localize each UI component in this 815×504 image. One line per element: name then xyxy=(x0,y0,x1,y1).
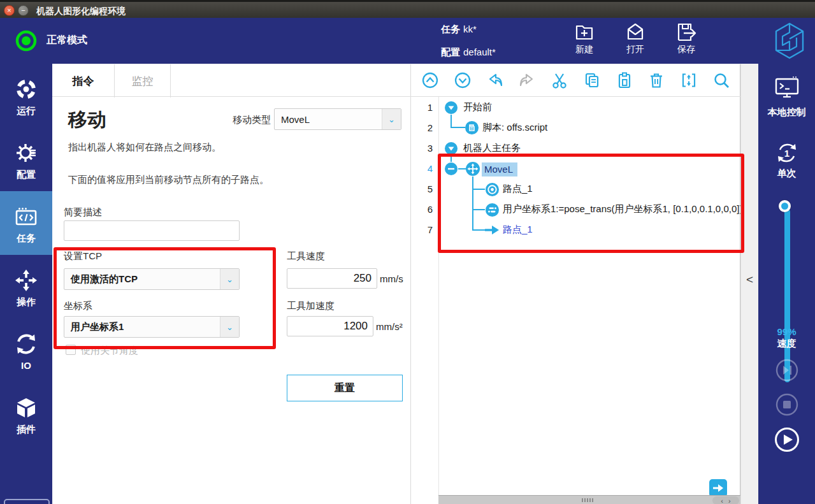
frame-label: 坐标系 xyxy=(64,300,92,312)
mode-status-label: 正常模式 xyxy=(47,34,87,47)
save-task-button[interactable]: 保存 xyxy=(666,21,707,55)
plugin-cube-icon xyxy=(15,396,38,419)
joint-angle-label: 使用关节角度 xyxy=(81,345,138,357)
program-tree-panel: 1 开始前 2 脚本: offs.script 3 机器人主任务 4 xyxy=(411,64,740,504)
move-down-button[interactable] xyxy=(452,70,473,90)
right-control-sidebar: 本地控制 1 单次 99% 速度 xyxy=(758,64,815,504)
move-type-label: 移动类型 xyxy=(233,114,271,126)
tool-acc-label: 工具加速度 xyxy=(287,300,335,312)
speed-label: 速度 xyxy=(758,338,815,349)
sidebar-item-task[interactable]: 任务 xyxy=(0,191,52,255)
tree-row[interactable]: 7 路点_1 xyxy=(411,220,740,240)
page-title: 移动 xyxy=(68,107,106,133)
instruction-panel: 指令 监控 移动 移动类型 MoveL ⌄ 指出机器人将如何在路点之间移动。 下… xyxy=(52,64,411,504)
tcp-select[interactable]: 使用激活的TCP ⌄ xyxy=(64,268,240,290)
waypoint-node-icon xyxy=(485,182,500,197)
scrollbar-arrows[interactable]: ‹› xyxy=(712,496,739,504)
speed-readout: 99% 速度 xyxy=(758,326,815,349)
open-envelope-icon xyxy=(624,21,646,43)
instruction-tabbar: 指令 监控 xyxy=(52,64,411,97)
panel-collapse-strip[interactable]: < xyxy=(740,64,758,504)
svg-text:1: 1 xyxy=(784,148,789,159)
run-icon xyxy=(15,78,38,101)
move-up-button[interactable] xyxy=(420,70,440,90)
step-next-button[interactable] xyxy=(709,479,727,497)
app-header: 正常模式 任务 kk* 配置 default* 新建 打开 保存 xyxy=(0,18,815,64)
joint-angle-checkbox[interactable] xyxy=(66,345,76,355)
tree-row[interactable]: 5 路点_1 xyxy=(411,179,740,199)
expanded-node-icon[interactable] xyxy=(444,141,458,155)
tree-row[interactable]: 2 脚本: offs.script xyxy=(411,118,740,138)
single-run-label: 单次 xyxy=(758,168,815,180)
frame-select[interactable]: 用户坐标系1 ⌄ xyxy=(64,316,240,338)
horizontal-scrollbar[interactable]: ‹› xyxy=(438,495,740,504)
paste-button[interactable] xyxy=(614,70,635,90)
description-line1: 指出机器人将如何在路点之间移动。 xyxy=(68,141,221,154)
sidebar-item-run[interactable]: 运行 xyxy=(0,64,52,127)
io-swap-icon xyxy=(15,333,38,356)
delete-button[interactable] xyxy=(646,70,667,90)
left-sidebar: 运行 配置 任务 xyxy=(0,64,52,504)
brief-desc-input[interactable] xyxy=(64,220,240,241)
config-value: default* xyxy=(463,47,496,57)
step-forward-button[interactable] xyxy=(775,359,798,382)
tool-acc-input[interactable] xyxy=(287,316,373,336)
collapse-minus-icon[interactable] xyxy=(444,162,458,176)
speed-slider-track[interactable] xyxy=(784,209,790,382)
code-task-icon xyxy=(14,205,38,228)
move-node-icon xyxy=(465,161,480,176)
tree-toolbar xyxy=(411,64,740,97)
reset-button[interactable]: 重置 xyxy=(287,375,403,401)
tab-monitor[interactable]: 监控 xyxy=(115,64,171,97)
search-button[interactable] xyxy=(711,70,732,90)
right-arrow-icon xyxy=(712,484,724,493)
brand-logo-icon xyxy=(774,21,805,61)
collapse-left-icon: < xyxy=(746,273,753,287)
expand-collapse-button[interactable] xyxy=(679,70,699,90)
tree-row[interactable]: 1 开始前 xyxy=(411,97,740,118)
speed-percent: 99% xyxy=(758,326,815,338)
stop-button[interactable] xyxy=(775,393,798,416)
script-node-icon xyxy=(465,120,479,135)
tree-row[interactable]: 3 机器人主任务 xyxy=(411,138,740,159)
local-control-icon[interactable] xyxy=(774,75,800,99)
play-button[interactable] xyxy=(774,427,800,452)
config-label: 配置 xyxy=(441,47,460,59)
redo-button[interactable] xyxy=(517,70,537,90)
undo-button[interactable] xyxy=(485,70,505,90)
bottom-left-partial-button[interactable] xyxy=(4,499,50,504)
jog-arrows-icon xyxy=(15,269,38,292)
brief-desc-label: 简要描述 xyxy=(64,206,102,219)
sidebar-item-operate[interactable]: 操作 xyxy=(0,255,52,319)
local-control-label: 本地控制 xyxy=(758,106,815,119)
jump-arrow-icon xyxy=(484,224,500,236)
tool-speed-input[interactable] xyxy=(287,268,377,289)
open-task-button[interactable]: 打开 xyxy=(615,21,656,55)
task-label: 任务 xyxy=(441,24,460,36)
tab-instruction[interactable]: 指令 xyxy=(52,64,115,97)
sidebar-item-io[interactable]: IO xyxy=(0,319,52,382)
speed-slider-handle[interactable] xyxy=(779,200,791,212)
sidebar-item-plugin[interactable]: 插件 xyxy=(0,382,52,446)
chevron-down-icon: ⌄ xyxy=(220,269,239,289)
window-close-button[interactable]: × xyxy=(4,5,15,16)
assignment-node-icon xyxy=(485,203,500,217)
copy-button[interactable] xyxy=(582,70,602,90)
tree-row[interactable]: 6 用户坐标系1:=pose_trans(用户坐标系1, [0.1,0,0.1,… xyxy=(411,199,740,220)
move-type-select[interactable]: MoveL ⌄ xyxy=(274,108,401,130)
set-tcp-label: 设置TCP xyxy=(64,250,102,263)
tree-row-selected[interactable]: 4 MoveL xyxy=(411,159,740,179)
cut-button[interactable] xyxy=(549,70,570,90)
new-task-button[interactable]: 新建 xyxy=(564,21,605,55)
single-run-icon[interactable]: 1 xyxy=(774,140,800,166)
expanded-node-icon[interactable] xyxy=(444,101,458,115)
status-normal-mode-icon xyxy=(14,29,38,53)
window-minimize-button[interactable]: − xyxy=(18,5,29,16)
chevron-down-icon: ⌄ xyxy=(220,317,239,337)
task-value: kk* xyxy=(463,24,477,34)
new-folder-icon xyxy=(573,21,595,43)
sidebar-item-config[interactable]: 配置 xyxy=(0,127,52,191)
tool-speed-label: 工具速度 xyxy=(287,250,325,263)
save-icon xyxy=(675,21,698,43)
description-line2: 下面的值将应用到当前移动节点所有的子路点。 xyxy=(68,174,269,186)
